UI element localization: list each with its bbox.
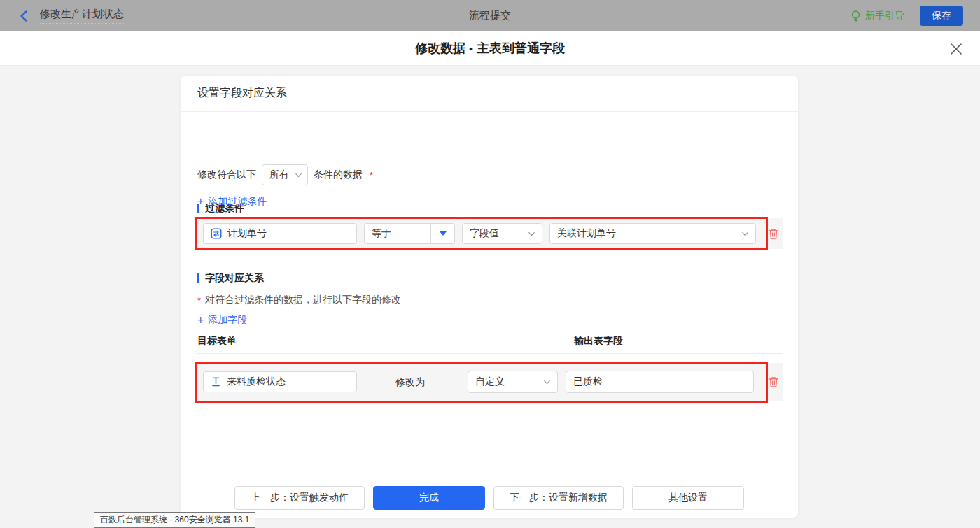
chevron-down-icon <box>543 378 551 386</box>
section-accent-bar <box>197 273 200 283</box>
value-type-value: 字段值 <box>470 227 499 240</box>
mapping-note-text: 对符合过滤条件的数据，进行以下字段的修改 <box>205 294 401 306</box>
dialog-title: 修改数据 - 主表到普通字段 <box>415 40 565 57</box>
auto-number-field-icon <box>211 228 222 239</box>
target-field-value: 来料质检状态 <box>227 376 286 388</box>
browser-status-tooltip: 百数后台管理系统 - 360安全浏览器 13.1 <box>94 512 255 528</box>
field-mapping-panel: 设置字段对应关系 过滤条件 修改符合以下 所有 条件的数据 * + 添加过滤条件 <box>181 76 798 518</box>
column-header-output-field: 输出表字段 <box>574 335 623 348</box>
delete-filter-row-icon[interactable] <box>767 227 780 241</box>
column-header-target-form: 目标表单 <box>197 335 237 348</box>
value-mode-value: 自定义 <box>475 376 505 388</box>
mapping-section-title: 字段对应关系 <box>197 272 264 285</box>
caret-down-icon <box>440 231 447 236</box>
other-settings-button[interactable]: 其他设置 <box>632 486 744 510</box>
filter-field-input[interactable]: 计划单号 <box>203 223 357 244</box>
filter-row: 计划单号 等于 字段值 关联计划单号 <box>195 218 783 249</box>
done-button[interactable]: 完成 <box>373 486 485 510</box>
condition-prefix-label: 修改符合以下 <box>197 169 256 181</box>
beginner-guide-label: 新手引导 <box>865 10 904 22</box>
plus-icon: + <box>197 315 204 326</box>
chevron-down-icon <box>528 230 536 238</box>
page-title: 修改生产计划状态 <box>40 8 124 24</box>
close-icon[interactable] <box>949 42 963 56</box>
modify-to-label: 修改为 <box>396 376 425 389</box>
operator-value: 等于 <box>365 227 430 240</box>
custom-value-text: 已质检 <box>573 376 603 388</box>
chevron-down-icon <box>295 171 302 179</box>
filter-condition-row: 修改符合以下 所有 条件的数据 * <box>197 164 373 185</box>
filter-field-value: 计划单号 <box>227 227 267 240</box>
field-mapping-row: 来料质检状态 修改为 自定义 已质检 <box>195 363 783 401</box>
process-submit-title: 流程提交 <box>0 9 980 22</box>
lightbulb-icon <box>850 10 861 22</box>
text-field-icon <box>211 376 221 387</box>
add-filter-condition-link[interactable]: + 添加过滤条件 <box>197 195 267 208</box>
chevron-left-icon <box>18 10 31 22</box>
dialog-body: 设置字段对应关系 过滤条件 修改符合以下 所有 条件的数据 * + 添加过滤条件 <box>0 66 980 528</box>
panel-header: 设置字段对应关系 <box>181 76 798 112</box>
chevron-down-icon <box>741 230 749 238</box>
dialog-footer: 上一步：设置触发动作 完成 下一步：设置新增数据 其他设置 <box>181 478 798 518</box>
custom-value-input[interactable]: 已质检 <box>566 371 754 393</box>
add-field-link[interactable]: + 添加字段 <box>197 314 247 327</box>
dialog-header: 修改数据 - 主表到普通字段 <box>0 31 980 66</box>
target-field-input[interactable]: 来料质检状态 <box>203 371 357 392</box>
prev-step-button[interactable]: 上一步：设置触发动作 <box>234 486 365 510</box>
operator-select[interactable]: 等于 <box>364 223 455 244</box>
value-mode-select[interactable]: 自定义 <box>468 371 558 393</box>
required-asterisk: * <box>370 170 373 180</box>
required-asterisk: * <box>197 295 201 306</box>
value-field-select[interactable]: 关联计划单号 <box>550 223 756 244</box>
column-divider <box>197 353 783 354</box>
page-header: 修改生产计划状态 流程提交 新手引导 保存 <box>0 0 980 31</box>
operator-caret-segment <box>430 224 454 243</box>
delete-mapping-row-icon[interactable] <box>767 376 780 389</box>
value-type-select[interactable]: 字段值 <box>462 223 542 244</box>
add-field-label: 添加字段 <box>208 314 247 327</box>
beginner-guide-link[interactable]: 新手引导 <box>850 10 904 22</box>
value-field-value: 关联计划单号 <box>557 227 616 240</box>
save-button[interactable]: 保存 <box>920 6 963 26</box>
plus-icon: + <box>197 196 204 207</box>
back-button[interactable] <box>18 10 31 22</box>
condition-suffix-label: 条件的数据 <box>314 169 363 181</box>
next-step-button[interactable]: 下一步：设置新增数据 <box>493 486 624 510</box>
add-filter-condition-label: 添加过滤条件 <box>208 195 267 208</box>
mapping-note: * 对符合过滤条件的数据，进行以下字段的修改 <box>197 294 401 306</box>
match-type-select[interactable]: 所有 <box>262 164 308 185</box>
